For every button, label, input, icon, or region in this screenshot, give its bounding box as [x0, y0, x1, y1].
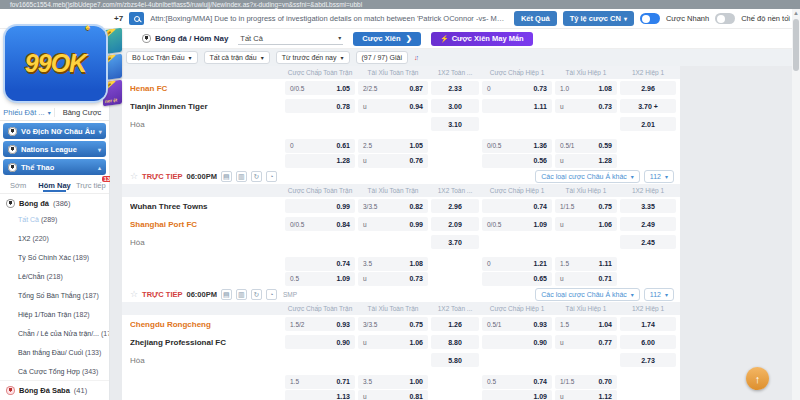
odds-cell[interactable]: 1.09 [482, 390, 552, 400]
odds-cell[interactable]: 0.56 [482, 154, 552, 168]
market-list-item-2[interactable]: Tỷ Số Chính Xác (189) [0, 248, 109, 267]
odds-cell[interactable]: 1.51.04 [555, 317, 617, 331]
odds-cell[interactable]: 1.11 [482, 99, 552, 113]
odds-cell[interactable]: 1.26 [431, 317, 479, 331]
odds-cell[interactable]: 2.09 [431, 217, 479, 231]
odds-cell[interactable]: 1.50.71 [285, 375, 355, 389]
odds-cell[interactable]: 0.99 [285, 199, 355, 213]
quick-bet-toggle[interactable] [640, 13, 660, 24]
filter-dropdown-1[interactable]: Tất cả trận đấu▾ [204, 51, 270, 64]
odds-cell[interactable]: 2.49 [620, 217, 676, 231]
market-list-item-8[interactable]: Cá Cược Tổng Hợp (343) [0, 362, 109, 380]
lucky-parlay-button[interactable]: ⚡Cược Xiên May Mắn [431, 32, 533, 46]
dark-mode-toggle[interactable] [715, 13, 735, 24]
odds-cell[interactable]: 3.51.00 [358, 375, 428, 389]
vertical-scrollbar[interactable]: ▲ [792, 9, 800, 400]
scroll-to-top-button[interactable]: ↑ [746, 367, 769, 390]
odds-cell[interactable]: 2.96 [431, 199, 479, 213]
more-asian-bets-dropdown[interactable]: Các loại cược Châu Á khác▾ [535, 288, 640, 301]
odds-cell[interactable]: 0.5/10.93 [482, 317, 552, 331]
odds-cell[interactable]: 1.01.08 [555, 81, 617, 95]
odds-cell[interactable]: 0/0.51.05 [285, 81, 355, 95]
brand-logo[interactable]: 99OK ♠ [5, 26, 106, 101]
schedule-tab-0[interactable]: Sớm [0, 181, 36, 190]
odds-cell[interactable]: u0.77 [555, 335, 617, 349]
odds-cell[interactable]: 2/2.50.87 [358, 81, 428, 95]
clock-icon[interactable]: ◔ [266, 289, 277, 300]
odds-cell[interactable]: 0/0.51.36 [482, 139, 552, 153]
odds-cell[interactable]: 8.80 [431, 335, 479, 349]
odds-cell[interactable]: 3.10 [431, 117, 479, 131]
odds-cell[interactable]: 1/1.50.70 [555, 375, 617, 389]
odds-cell[interactable]: 3/3.50.82 [358, 199, 428, 213]
league-counter[interactable]: (97 / 97) Giải [356, 51, 408, 64]
odds-cell[interactable]: 01.21 [482, 257, 552, 271]
market-list-item-4[interactable]: Tổng Số Bàn Thắng (187) [0, 286, 109, 305]
odds-cell[interactable]: 5.80 [431, 353, 479, 367]
odds-cell[interactable]: 1.74 [620, 317, 676, 331]
odds-cell[interactable]: 0.90 [285, 335, 355, 349]
market-list-item-6[interactable]: Chẵn / Lẻ của Nửa trận/... (178) [0, 324, 109, 343]
sort-odds-icon[interactable]: ↓↑ [414, 54, 417, 61]
odds-cell[interactable]: 00.73 [482, 81, 552, 95]
market-list-item-7[interactable]: Bàn thắng Đầu/ Cuối (133) [0, 343, 109, 362]
market-list-item-3[interactable]: Lẻ/Chẵn (218) [0, 267, 109, 286]
league-filter-select[interactable]: Tất Cả▾ [238, 33, 343, 45]
odds-cell[interactable]: 1.13 [285, 390, 355, 400]
more-asian-bets-dropdown[interactable]: Các loại cược Châu Á khác▾ [535, 170, 640, 183]
odds-cell[interactable]: 3.70 [431, 235, 479, 249]
odds-cell[interactable]: 1/1.50.75 [555, 199, 617, 213]
odds-cell[interactable]: 0.5/10.59 [555, 139, 617, 153]
odds-cell[interactable]: 0.74 [285, 257, 355, 271]
odds-cell[interactable]: u1.06 [358, 335, 428, 349]
odds-cell[interactable]: 0/0.50.84 [285, 217, 355, 231]
filter-dropdown-0[interactable]: Bộ Lọc Trận Đấu▾ [126, 51, 198, 64]
bet-slip-tab[interactable]: Phiếu Đặt ...▾ [0, 108, 55, 117]
sidebar-sport-saba[interactable]: Bóng Đá Saba (41) [0, 380, 109, 400]
market-list-item-5[interactable]: Hiệp 1/Toàn Trận (182) [0, 305, 109, 324]
favorite-star-icon[interactable]: ☆ [130, 289, 138, 299]
odds-cell[interactable]: 0.74 [482, 199, 552, 213]
odds-cell[interactable]: 1.51.11 [555, 257, 617, 271]
odds-cell[interactable]: 2.96 [620, 81, 676, 95]
odds-cell[interactable]: 3.51.08 [358, 257, 428, 271]
odds-cell[interactable]: 3.35 [620, 199, 676, 213]
bet-board-tab[interactable]: Bảng Cược [55, 108, 109, 117]
odds-cell[interactable]: 0.51.09 [285, 272, 355, 286]
sidebar-accordion-0[interactable]: Vô Địch Nữ Châu Âu▾ [3, 123, 106, 139]
odds-cell[interactable]: u0.73 [358, 272, 428, 286]
odds-cell[interactable]: 2.51.05 [358, 139, 428, 153]
bet-count-dropdown[interactable]: 112▾ [644, 288, 674, 301]
odds-cell[interactable]: u0.76 [358, 154, 428, 168]
odds-cell[interactable]: 2.45 [620, 235, 676, 249]
sidebar-accordion-2[interactable]: Thể Thao▴ [3, 159, 106, 175]
stats-icon[interactable]: ▥ [236, 171, 247, 182]
odds-cell[interactable]: 3/3.50.75 [358, 317, 428, 331]
odds-cell[interactable]: 0.50.74 [482, 375, 552, 389]
search-button[interactable] [129, 12, 144, 25]
schedule-tab-2[interactable]: Trực tiếp13 [73, 181, 109, 190]
odds-cell[interactable]: 2.73 [620, 353, 676, 367]
clock-icon[interactable]: ◔ [266, 171, 277, 182]
odds-cell[interactable]: 3.70 + [620, 99, 676, 113]
odds-cell[interactable]: 0/0.51.09 [482, 217, 552, 231]
odds-cell[interactable]: u0.99 [358, 217, 428, 231]
refresh-icon[interactable]: ↻ [251, 289, 262, 300]
scroll-up-arrow-icon[interactable]: ▲ [792, 9, 800, 17]
stream-icon[interactable]: ▤ [221, 171, 232, 182]
odds-cell[interactable]: u0.81 [358, 390, 428, 400]
odds-cell[interactable]: 1.28 [285, 154, 355, 168]
bet-count-dropdown[interactable]: 112▾ [644, 170, 674, 183]
odds-cell[interactable]: u0.71 [555, 272, 617, 286]
browser-address-bar[interactable]: fov1665c1554.meb()slbUdepe7.com/m/zbzs4e… [0, 0, 800, 9]
schedule-tab-1[interactable]: Hôm Nay [36, 181, 72, 190]
odds-cell[interactable]: u0.73 [555, 99, 617, 113]
odds-cell[interactable]: u1.06 [555, 217, 617, 231]
odds-cell[interactable]: u0.94 [358, 99, 428, 113]
odds-cell[interactable]: 0.65 [482, 272, 552, 286]
filter-dropdown-2[interactable]: Từ trước đến nay▾ [276, 51, 350, 64]
odds-cell[interactable]: 1.5/20.93 [285, 317, 355, 331]
odds-cell[interactable]: 2.01 [620, 117, 676, 131]
odds-cell[interactable]: u1.28 [555, 154, 617, 168]
market-list-item-0[interactable]: Tất Cả (289) [0, 210, 109, 229]
